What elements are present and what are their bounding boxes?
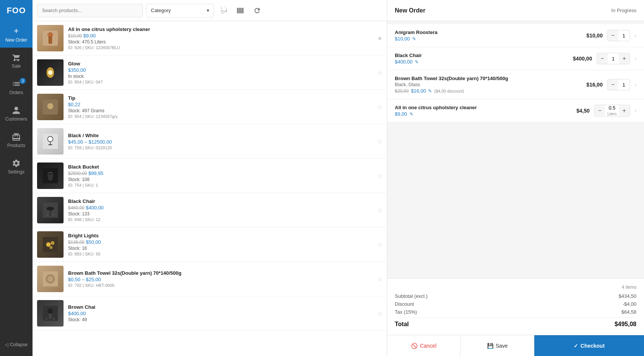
favorite-icon[interactable]: ☆ [377, 207, 382, 214]
cancel-icon: 🚫 [411, 343, 417, 349]
summary-discount-label: Discount [395, 301, 414, 307]
order-items-list: Anigram Roostera $10,00 ✎ $10,00 − 1 › B… [387, 21, 644, 278]
list-item[interactable]: Tip $0,22 Stock: 497 Grams ID: 954 | SKU… [33, 90, 387, 124]
summary-total-row: Total $495,08 [395, 317, 636, 329]
order-item-expand-icon[interactable]: › [635, 32, 636, 39]
quantity-value: 0.5Liters [605, 105, 619, 116]
list-item[interactable]: Black Bucket $2500,00 $99,95 Stock: 108 … [33, 159, 387, 193]
quantity-value: 1 [618, 33, 630, 39]
product-price-row: $136,00 $50,00 [68, 239, 374, 245]
favorite-icon[interactable]: ☆ [377, 138, 382, 145]
product-id-sku: ID: 883 | SKU: 50 [68, 252, 374, 256]
order-header: New Order In Progress [387, 0, 644, 21]
list-item[interactable]: Bright Lights $136,00 $50,00 Stock: 16 I… [33, 228, 387, 262]
barcode-button[interactable] [234, 4, 247, 17]
new-order-button[interactable]: + New Order [0, 21, 33, 48]
order-item-info: Brown Bath Towel 32s(Double yarn) 70*140… [395, 76, 572, 94]
sidebar-item-customers[interactable]: Customers [0, 101, 33, 127]
summary-items-count: 4 items [395, 285, 636, 290]
list-item[interactable]: Brown Chai $400,00 Stock: 49 ☆ [33, 296, 387, 331]
save-button[interactable]: 💾 Save [461, 335, 534, 356]
svg-point-19 [46, 242, 51, 247]
product-price-new: $9,00 [83, 33, 96, 39]
product-thumbnail [37, 197, 64, 223]
summary-tax-value: $64,58 [621, 309, 636, 315]
product-thumbnail [37, 59, 64, 86]
edit-price-icon[interactable]: ✎ [410, 111, 413, 117]
favorite-icon[interactable]: ★ [377, 35, 382, 42]
sidebar-item-products[interactable]: Products [0, 127, 33, 153]
cancel-button[interactable]: 🚫 Cancel [387, 335, 461, 356]
orders-badge: 3 [20, 78, 26, 84]
product-list: All in one citrus upholstery cleaner $10… [33, 21, 387, 356]
filter-button[interactable] [217, 4, 231, 17]
order-item-name: All in one citrus upholstery cleaner [395, 105, 559, 110]
list-item[interactable]: Brown Bath Towel 32s(Double yarn) 70*140… [33, 262, 387, 296]
quantity-decrease-button[interactable]: − [594, 105, 605, 116]
product-thumbnail [37, 266, 64, 292]
category-select[interactable]: Category All Categories Cleaning Lightin… [146, 4, 214, 17]
favorite-icon[interactable]: ☆ [377, 310, 382, 317]
sidebar-item-sale[interactable]: Sale [0, 48, 33, 74]
main-content: Category All Categories Cleaning Lightin… [33, 0, 387, 356]
product-name: Black / White [68, 133, 374, 138]
sidebar-item-orders-label: Orders [9, 90, 23, 95]
favorite-icon[interactable]: ☆ [377, 172, 382, 180]
order-item-expand-icon[interactable]: › [635, 55, 636, 62]
quantity-control: − 1 [607, 30, 630, 41]
product-info: Brown Bath Towel 32s(Double yarn) 70*140… [68, 270, 374, 288]
product-price-row: $460,00 $400,00 [68, 205, 374, 211]
product-thumbnail [37, 300, 64, 327]
order-item-price-row: $10,00 ✎ [395, 36, 572, 42]
quantity-decrease-button[interactable]: − [608, 79, 618, 90]
svg-rect-15 [50, 211, 51, 216]
quantity-increase-button[interactable]: + [619, 105, 630, 116]
product-price-row: $10,00 $9,00 [68, 33, 374, 39]
product-id-sku: ID: 754 | SKU: 1 [68, 183, 374, 187]
favorite-icon[interactable]: ☆ [377, 241, 382, 248]
list-item[interactable]: All in one citrus upholstery cleaner $10… [33, 21, 387, 56]
search-input[interactable] [37, 4, 143, 17]
order-item: All in one citrus upholstery cleaner $9,… [387, 99, 644, 122]
order-item-expand-icon[interactable]: › [635, 107, 636, 114]
refresh-icon [253, 7, 261, 14]
new-order-plus-icon: + [14, 26, 19, 36]
product-info: All in one citrus upholstery cleaner $10… [68, 26, 374, 50]
person-icon [12, 106, 21, 115]
summary-total-value: $495,08 [615, 321, 636, 328]
summary-subtotal-row: Subtotal (excl.) $434,50 [395, 292, 636, 300]
summary-tax-label: Tax (15%) [395, 309, 417, 315]
quantity-decrease-button[interactable]: − [608, 30, 618, 41]
quantity-decrease-button[interactable]: − [597, 53, 608, 64]
favorite-icon[interactable]: ☆ [377, 276, 382, 283]
edit-price-icon[interactable]: ✎ [412, 36, 416, 42]
collapse-button[interactable]: ◁ Collapse [0, 336, 33, 353]
save-label: Save [496, 343, 508, 349]
right-panel: New Order In Progress Anigram Roostera $… [387, 0, 644, 356]
favorite-icon[interactable]: ☆ [377, 104, 382, 111]
product-price-new: $400,00 [86, 205, 104, 211]
checkout-button[interactable]: ✓ Checkout [534, 335, 644, 356]
sidebar-item-settings-label: Settings [8, 169, 24, 175]
quantity-increase-button[interactable]: + [619, 53, 630, 64]
list-item[interactable]: Glow $350,00 In stock ID: 854 | SKU: 047… [33, 56, 387, 90]
edit-price-icon[interactable]: ✎ [428, 88, 432, 94]
list-item[interactable]: Black Chair $460,00 $400,00 Stock: 133 I… [33, 193, 387, 228]
filter-icon [220, 7, 228, 14]
favorite-icon[interactable]: ☆ [377, 69, 382, 76]
order-item-expand-icon[interactable]: › [635, 81, 636, 88]
cart-icon [12, 53, 21, 62]
edit-price-icon[interactable]: ✎ [415, 59, 419, 65]
product-name: Black Bucket [68, 164, 374, 170]
product-price-row: $45,00 – $12500,00 [68, 139, 374, 145]
product-name: Brown Chai [68, 304, 374, 310]
order-item-price-old: $20,00 [395, 88, 409, 94]
list-item[interactable]: Black / White $45,00 – $12500,00 ID: 759… [33, 124, 387, 159]
product-name: All in one citrus upholstery cleaner [68, 26, 374, 32]
svg-rect-10 [48, 144, 52, 145]
sidebar-item-orders[interactable]: Orders 3 [0, 74, 33, 101]
svg-point-4 [48, 70, 53, 75]
refresh-button[interactable] [250, 4, 264, 17]
sidebar-item-settings[interactable]: Settings [0, 153, 33, 180]
product-price-row: $2500,00 $99,95 [68, 170, 374, 176]
